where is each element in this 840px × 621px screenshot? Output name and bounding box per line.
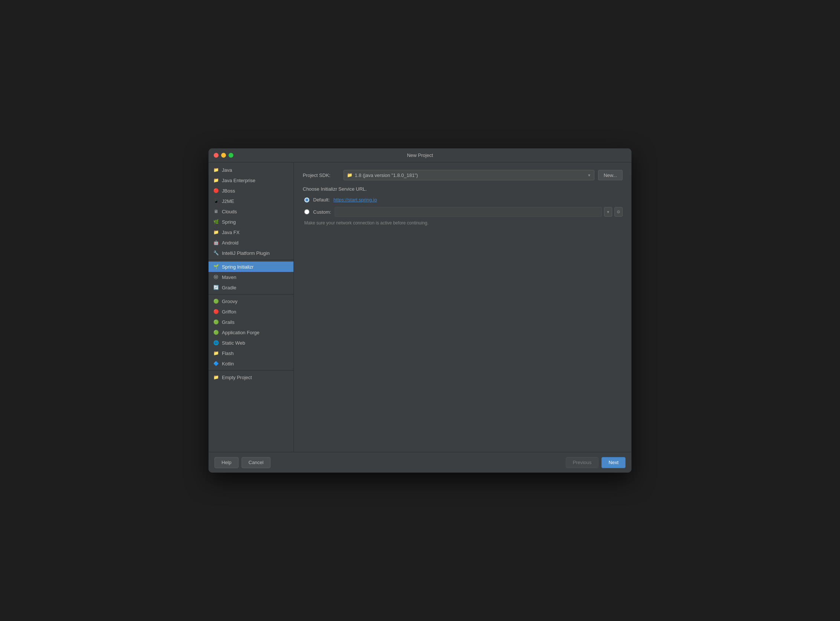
sidebar-label-j2me: J2ME [222,198,234,204]
sidebar-item-jboss[interactable]: 🔴JBoss [209,185,294,196]
sidebar-item-empty-project[interactable]: 📁Empty Project [209,372,294,382]
grails-icon: 🟢 [213,319,219,325]
sidebar-label-java-fx: Java FX [222,230,240,235]
custom-url-input[interactable] [335,207,602,217]
sidebar-item-java[interactable]: 📁Java [209,165,294,175]
sidebar-item-griffon[interactable]: 🔴Griffon [209,306,294,317]
java-fx-icon: 📁 [213,229,219,235]
application-forge-icon: 🟢 [213,329,219,335]
sidebar-label-maven: Maven [222,274,237,280]
footer-left-buttons: Help Cancel [214,457,270,468]
sidebar-item-java-fx[interactable]: 📁Java FX [209,227,294,238]
sidebar-label-java: Java [222,167,232,173]
sidebar-label-groovy: Groovy [222,298,238,304]
help-button[interactable]: Help [214,457,238,468]
sdk-icon: 📁 [347,173,352,178]
sidebar-item-groovy[interactable]: 🟢Groovy [209,296,294,306]
main-panel: Project SDK: 📁 1.8 (java version "1.8.0_… [294,162,631,452]
sdk-dropdown[interactable]: 📁 1.8 (java version "1.8.0_181") ▼ [344,170,594,180]
new-project-dialog: New Project 📁Java📁Java Enterprise🔴JBoss📱… [209,148,631,473]
url-radio-group: Default: https://start.spring.io Custom:… [304,197,623,217]
java-icon: 📁 [213,167,219,173]
sidebar-label-gradle: Gradle [222,285,237,291]
kotlin-icon: 🔷 [213,360,219,367]
sidebar-divider [209,294,294,295]
footer-right-buttons: Previous Next [566,457,626,468]
sidebar: 📁Java📁Java Enterprise🔴JBoss📱J2ME🖥Clouds🌿… [209,162,294,452]
sidebar-divider [209,260,294,260]
custom-dropdown-button[interactable]: ▼ [604,207,612,217]
default-radio-label: Default: [313,197,330,203]
cancel-button[interactable]: Cancel [241,457,270,468]
previous-button[interactable]: Previous [566,457,599,468]
custom-radio[interactable] [304,209,309,214]
new-sdk-button[interactable]: New... [598,170,623,180]
java-enterprise-icon: 📁 [213,177,219,183]
custom-radio-row: Custom: ▼ ⚙ [304,207,623,217]
custom-input-row: ▼ ⚙ [335,207,623,217]
sidebar-item-spring-initializr[interactable]: 🌱Spring Initializr [209,262,294,272]
sidebar-item-j2me[interactable]: 📱J2ME [209,196,294,206]
minimize-button[interactable] [221,153,226,158]
default-radio-row: Default: https://start.spring.io [304,197,623,203]
sidebar-item-application-forge[interactable]: 🟢Application Forge [209,327,294,338]
sidebar-item-intellij-platform-plugin[interactable]: 🔧IntelliJ Platform Plugin [209,248,294,258]
hint-text: Make sure your network connection is act… [304,220,623,226]
gradle-icon: 🔄 [213,285,219,291]
custom-radio-label: Custom: [313,209,331,215]
static-web-icon: 🌐 [213,340,219,346]
sdk-row: Project SDK: 📁 1.8 (java version "1.8.0_… [303,170,623,180]
sidebar-item-clouds[interactable]: 🖥Clouds [209,206,294,217]
chevron-down-icon: ▼ [587,173,591,177]
sidebar-item-kotlin[interactable]: 🔷Kotlin [209,358,294,369]
spring-icon: 🌿 [213,219,219,225]
sidebar-label-clouds: Clouds [222,209,237,214]
sidebar-label-java-enterprise: Java Enterprise [222,178,255,183]
sidebar-label-intellij-platform-plugin: IntelliJ Platform Plugin [222,250,270,256]
spring-initializr-icon: 🌱 [213,264,219,270]
sidebar-label-application-forge: Application Forge [222,330,259,335]
close-button[interactable] [214,153,218,158]
sidebar-item-grails[interactable]: 🟢Grails [209,317,294,327]
sidebar-label-grails: Grails [222,320,235,325]
default-radio[interactable] [304,197,309,203]
sidebar-item-spring[interactable]: 🌿Spring [209,217,294,227]
sidebar-item-maven[interactable]: ⓂMaven [209,272,294,282]
default-url-link[interactable]: https://start.spring.io [334,197,377,203]
sdk-value: 1.8 (java version "1.8.0_181") [355,173,418,178]
empty-project-icon: 📁 [213,374,219,380]
j2me-icon: 📱 [213,198,219,204]
griffon-icon: 🔴 [213,309,219,315]
sidebar-label-static-web: Static Web [222,340,245,346]
choose-url-label: Choose Initializr Service URL. [303,186,623,192]
maven-icon: Ⓜ [213,274,219,280]
sidebar-item-java-enterprise[interactable]: 📁Java Enterprise [209,175,294,185]
clouds-icon: 🖥 [213,209,219,214]
sidebar-label-flash: Flash [222,351,234,356]
android-icon: 🤖 [213,240,219,245]
sidebar-item-flash[interactable]: 📁Flash [209,348,294,358]
sidebar-item-static-web[interactable]: 🌐Static Web [209,338,294,348]
footer: Help Cancel Previous Next [209,452,631,473]
sidebar-label-kotlin: Kotlin [222,361,234,367]
sidebar-label-jboss: JBoss [222,188,235,194]
jboss-icon: 🔴 [213,188,219,194]
sidebar-label-griffon: Griffon [222,309,237,315]
sidebar-item-gradle[interactable]: 🔄Gradle [209,282,294,293]
custom-settings-icon[interactable]: ⚙ [614,207,623,217]
traffic-lights [214,153,234,158]
sidebar-label-android: Android [222,240,238,245]
sidebar-label-spring: Spring [222,219,236,225]
titlebar: New Project [209,148,631,162]
content-area: 📁Java📁Java Enterprise🔴JBoss📱J2ME🖥Clouds🌿… [209,162,631,452]
next-button[interactable]: Next [602,457,626,468]
groovy-icon: 🟢 [213,298,219,304]
maximize-button[interactable] [229,153,234,158]
intellij-platform-plugin-icon: 🔧 [213,250,219,256]
sidebar-item-android[interactable]: 🤖Android [209,238,294,248]
flash-icon: 📁 [213,350,219,356]
sidebar-label-empty-project: Empty Project [222,375,252,380]
window-title: New Project [407,153,433,158]
sidebar-label-spring-initializr: Spring Initializr [222,264,253,270]
sidebar-divider [209,370,294,371]
